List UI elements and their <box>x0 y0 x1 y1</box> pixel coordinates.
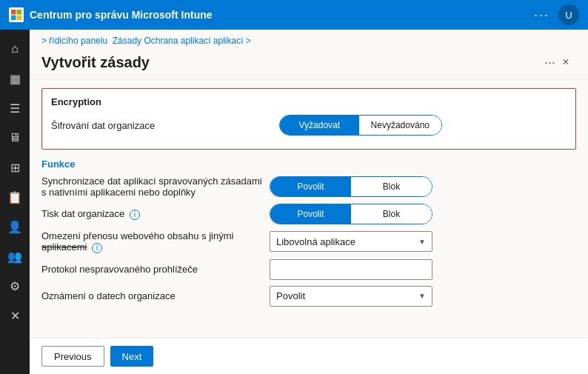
svg-rect-2 <box>11 16 16 21</box>
encryption-section-title: Encryption <box>51 96 567 107</box>
encryption-label: Šifrování dat organizace <box>51 120 273 131</box>
funkce-section: Funkce Synchronizace dat aplikací spravo… <box>41 158 576 307</box>
svg-rect-3 <box>17 16 22 21</box>
sync-toggle-allow[interactable]: Povolit <box>270 177 351 196</box>
breadcrumb[interactable]: > řídicího panelu Zásady Ochrana aplikac… <box>30 30 588 49</box>
sidebar-item-users[interactable]: 👤 <box>1 213 28 240</box>
next-button[interactable]: Next <box>110 346 154 367</box>
notification-row: Oznámení o datech organizace Povolit ▼ <box>41 286 576 307</box>
svg-rect-1 <box>17 10 22 15</box>
print-toggle-allow[interactable]: Povolit <box>270 204 351 224</box>
transfer-label: Omezení přenosu webového obsahu s jinými… <box>41 230 264 253</box>
print-row: Tisk dat organizace i Povolit Blok <box>41 204 576 224</box>
transfer-dropdown[interactable]: Libovolná aplikace ▼ <box>270 231 432 252</box>
transfer-info-icon[interactable]: i <box>92 243 102 253</box>
print-toggle[interactable]: Povolit Blok <box>270 204 432 224</box>
sidebar-item-dashboard[interactable]: ▦ <box>1 65 28 92</box>
encryption-toggle[interactable]: Vyžadovat Nevyžadováno <box>279 115 442 136</box>
main-layout: ⌂ ▦ ☰ 🖥 ⊞ 📋 👤 👥 ⚙ ✕ > řídicího panelu Zá… <box>0 30 588 374</box>
sidebar-item-home[interactable]: ⌂ <box>1 36 28 62</box>
print-label: Tisk dat organizace i <box>41 208 264 220</box>
protocol-label: Protokol nespravovaného prohlížeče <box>41 264 264 275</box>
notification-chevron-icon: ▼ <box>418 292 426 300</box>
encryption-section: Encryption Šifrování dat organizace Vyža… <box>41 88 576 150</box>
sidebar-item-tools[interactable]: ✕ <box>1 302 28 329</box>
topbar-more-button[interactable]: ··· <box>534 7 549 23</box>
print-toggle-block[interactable]: Blok <box>351 204 432 224</box>
sidebar-item-settings[interactable]: ⚙ <box>1 273 28 299</box>
sidebar-item-apps[interactable]: ⊞ <box>1 154 28 181</box>
panel-title: Vytvořit zásady <box>41 54 538 71</box>
sync-toggle-block[interactable]: Blok <box>351 177 432 196</box>
sidebar: ⌂ ▦ ☰ 🖥 ⊞ 📋 👤 👥 ⚙ ✕ <box>0 30 30 374</box>
transfer-row: Omezení přenosu webového obsahu s jinými… <box>41 230 576 253</box>
previous-button[interactable]: Previous <box>41 346 104 367</box>
notification-dropdown[interactable]: Povolit ▼ <box>270 286 432 307</box>
footer: Previous Next <box>30 338 588 374</box>
user-avatar[interactable]: U <box>558 4 579 25</box>
print-info-icon[interactable]: i <box>130 210 140 220</box>
sidebar-item-groups[interactable]: 👥 <box>1 243 28 270</box>
encryption-toggle-require[interactable]: Vyžadovat <box>280 116 359 135</box>
sidebar-item-reports[interactable]: 📋 <box>1 184 28 210</box>
funkce-title: Funkce <box>41 158 576 170</box>
svg-rect-0 <box>11 10 16 15</box>
sync-label: Synchronizace dat aplikací spravovaných … <box>41 176 264 198</box>
form-scroll[interactable]: Encryption Šifrování dat organizace Vyža… <box>30 79 588 338</box>
protocol-input[interactable] <box>270 259 432 280</box>
app-title: Centrum pro správu Microsoft Intune <box>30 9 534 21</box>
encryption-row: Šifrování dat organizace Vyžadovat Nevyž… <box>51 115 567 136</box>
panel-header: Vytvořit zásady ··· × <box>30 49 588 79</box>
panel-more-button[interactable]: ··· <box>544 55 555 70</box>
content-area: > řídicího panelu Zásady Ochrana aplikac… <box>30 30 588 374</box>
sync-row: Synchronizace dat aplikací spravovaných … <box>41 176 576 198</box>
sync-toggle[interactable]: Povolit Blok <box>270 176 432 197</box>
sidebar-item-device[interactable]: 🖥 <box>1 124 28 151</box>
close-button[interactable]: × <box>555 52 576 73</box>
notification-label: Oznámení o datech organizace <box>41 290 264 301</box>
sidebar-item-list[interactable]: ☰ <box>1 95 28 121</box>
transfer-chevron-icon: ▼ <box>418 238 426 246</box>
encryption-toggle-notrequired[interactable]: Nevyžadováno <box>359 116 441 135</box>
protocol-row: Protokol nespravovaného prohlížeče <box>41 259 576 280</box>
topbar: Centrum pro správu Microsoft Intune ··· … <box>0 0 588 30</box>
app-logo <box>9 7 24 22</box>
